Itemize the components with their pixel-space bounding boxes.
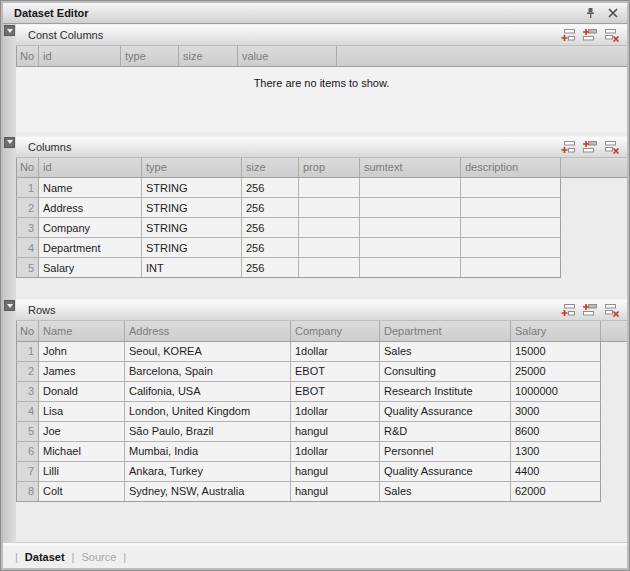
column-header-value[interactable]: value (238, 46, 337, 66)
rows-cell-department[interactable]: Sales (380, 481, 511, 501)
rows-cell-no[interactable]: 4 (17, 401, 39, 421)
columns-cell-no[interactable]: 1 (17, 178, 39, 198)
pin-button[interactable] (582, 5, 599, 21)
rows-cell-no[interactable]: 3 (17, 381, 39, 401)
rows-cell-company[interactable]: 1dollar (291, 441, 380, 461)
column-header-name[interactable]: Name (39, 321, 125, 341)
rows-cell-no[interactable]: 6 (17, 441, 39, 461)
columns-cell-id[interactable]: Salary (39, 258, 142, 278)
column-header-description[interactable]: description (461, 158, 561, 178)
add-row-button[interactable] (558, 27, 578, 44)
close-button[interactable] (604, 5, 621, 21)
columns-cell-type[interactable]: STRING (142, 178, 242, 198)
columns-cell-sumtext[interactable] (360, 258, 461, 278)
columns-cell-type[interactable]: STRING (142, 238, 242, 258)
rows-cell-company[interactable]: hangul (291, 481, 380, 501)
rows-cell-address[interactable]: Barcelona, Spain (125, 361, 291, 381)
columns-cell-type[interactable]: INT (142, 258, 242, 278)
column-header-type[interactable]: type (121, 46, 179, 66)
rows-cell-department[interactable]: Consulting (380, 361, 511, 381)
columns-cell-no[interactable]: 4 (17, 238, 39, 258)
rows-cell-department[interactable]: Sales (380, 341, 511, 361)
collapse-rows-button[interactable] (4, 300, 15, 311)
column-header-id[interactable]: id (39, 158, 142, 178)
rows-cell-salary[interactable]: 25000 (511, 361, 601, 381)
delete-row-button[interactable] (602, 138, 622, 155)
rows-cell-salary[interactable]: 1300 (511, 441, 601, 461)
columns-cell-size[interactable]: 256 (242, 178, 299, 198)
add-row-button[interactable] (558, 302, 578, 319)
rows-cell-name[interactable]: John (39, 341, 125, 361)
rows-cell-name[interactable]: James (39, 361, 125, 381)
columns-cell-size[interactable]: 256 (242, 218, 299, 238)
rows-cell-no[interactable]: 2 (17, 361, 39, 381)
rows-cell-name[interactable]: Lisa (39, 401, 125, 421)
rows-cell-address[interactable]: Seoul, KOREA (125, 341, 291, 361)
column-header-sumtext[interactable]: sumtext (360, 158, 461, 178)
rows-cell-salary[interactable]: 3000 (511, 401, 601, 421)
collapse-columns-button[interactable] (4, 137, 15, 148)
rows-cell-company[interactable]: hangul (291, 461, 380, 481)
columns-cell-sumtext[interactable] (360, 178, 461, 198)
columns-cell-prop[interactable] (299, 238, 360, 258)
rows-cell-company[interactable]: EBOT (291, 361, 380, 381)
columns-cell-sumtext[interactable] (360, 238, 461, 258)
rows-cell-company[interactable]: EBOT (291, 381, 380, 401)
rows-cell-no[interactable]: 1 (17, 341, 39, 361)
rows-cell-name[interactable]: Donald (39, 381, 125, 401)
columns-cell-type[interactable]: STRING (142, 198, 242, 218)
rows-cell-name[interactable]: Michael (39, 441, 125, 461)
rows-cell-address[interactable]: Mumbai, India (125, 441, 291, 461)
columns-cell-no[interactable]: 3 (17, 218, 39, 238)
rows-cell-address[interactable]: Califonia, USA (125, 381, 291, 401)
columns-cell-description[interactable] (461, 238, 561, 258)
rows-cell-no[interactable]: 5 (17, 421, 39, 441)
delete-row-button[interactable] (602, 302, 622, 319)
rows-cell-company[interactable]: 1dollar (291, 341, 380, 361)
column-header-no[interactable]: No (17, 158, 39, 178)
tab-dataset[interactable]: Dataset (25, 551, 65, 563)
collapse-const-columns-button[interactable] (4, 25, 15, 36)
columns-cell-id[interactable]: Department (39, 238, 142, 258)
column-header-type[interactable]: type (142, 158, 242, 178)
delete-row-button[interactable] (602, 27, 622, 44)
add-row-button[interactable] (558, 138, 578, 155)
columns-cell-description[interactable] (461, 198, 561, 218)
rows-cell-salary[interactable]: 4400 (511, 461, 601, 481)
rows-cell-address[interactable]: Sydney, NSW, Australia (125, 481, 291, 501)
columns-cell-no[interactable]: 5 (17, 258, 39, 278)
tab-source[interactable]: Source (81, 551, 116, 563)
columns-cell-prop[interactable] (299, 178, 360, 198)
insert-row-button[interactable] (580, 138, 600, 155)
insert-row-button[interactable] (580, 302, 600, 319)
rows-cell-salary[interactable]: 1000000 (511, 381, 601, 401)
columns-cell-sumtext[interactable] (360, 198, 461, 218)
rows-cell-no[interactable]: 8 (17, 481, 39, 501)
rows-cell-address[interactable]: London, United Kingdom (125, 401, 291, 421)
rows-cell-salary[interactable]: 15000 (511, 341, 601, 361)
columns-cell-no[interactable]: 2 (17, 198, 39, 218)
column-header-department[interactable]: Department (380, 321, 511, 341)
rows-cell-department[interactable]: Research Institute (380, 381, 511, 401)
rows-cell-address[interactable]: Ankara, Turkey (125, 461, 291, 481)
column-header-size[interactable]: size (179, 46, 238, 66)
columns-cell-id[interactable]: Company (39, 218, 142, 238)
rows-cell-department[interactable]: Personnel (380, 441, 511, 461)
columns-cell-id[interactable]: Address (39, 198, 142, 218)
column-header-id[interactable]: id (39, 46, 121, 66)
columns-cell-id[interactable]: Name (39, 178, 142, 198)
rows-cell-name[interactable]: Lilli (39, 461, 125, 481)
columns-cell-size[interactable]: 256 (242, 258, 299, 278)
column-header-size[interactable]: size (242, 158, 299, 178)
rows-cell-department[interactable]: Quality Assurance (380, 461, 511, 481)
columns-cell-prop[interactable] (299, 198, 360, 218)
rows-cell-salary[interactable]: 62000 (511, 481, 601, 501)
column-header-salary[interactable]: Salary (511, 321, 601, 341)
rows-cell-no[interactable]: 7 (17, 461, 39, 481)
columns-cell-type[interactable]: STRING (142, 218, 242, 238)
columns-cell-size[interactable]: 256 (242, 238, 299, 258)
columns-cell-prop[interactable] (299, 258, 360, 278)
column-header-address[interactable]: Address (125, 321, 291, 341)
rows-cell-department[interactable]: R&D (380, 421, 511, 441)
rows-cell-address[interactable]: São Paulo, Brazil (125, 421, 291, 441)
